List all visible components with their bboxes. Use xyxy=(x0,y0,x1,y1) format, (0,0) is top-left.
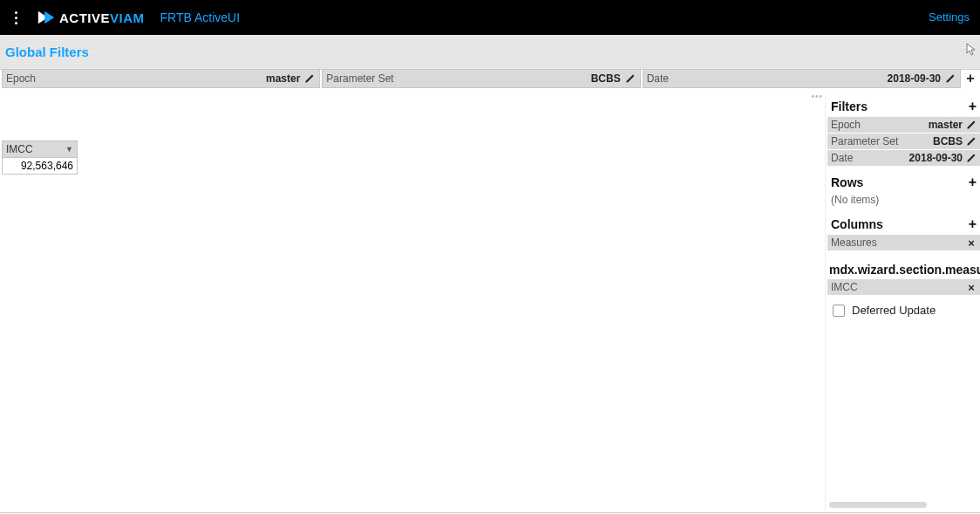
section-title: mdx.wizard.section.measures xyxy=(827,257,980,278)
filter-label: Date xyxy=(647,72,669,85)
wizard-filter-parameter-set[interactable]: Parameter Set BCBS xyxy=(827,134,980,149)
wizard-rows-section: Rows + (No items) xyxy=(827,173,980,208)
edit-icon[interactable] xyxy=(965,120,977,130)
chip-value: 2018-09-30 xyxy=(909,152,963,164)
section-title: Columns xyxy=(831,217,883,231)
global-filter-date[interactable]: Date 2018-09-30 xyxy=(643,69,961,88)
chip-value: master xyxy=(929,119,963,131)
global-filter-parameter-set[interactable]: Parameter Set BCBS xyxy=(322,69,640,88)
rows-empty-label: (No items) xyxy=(827,192,980,208)
chip-value: BCBS xyxy=(933,135,963,147)
deferred-update-row: Deferred Update xyxy=(827,304,980,317)
main-area: ••• IMCC ▼ 92,563,646 Filters + Epoch ma… xyxy=(0,97,980,513)
brand-suffix: VIAM xyxy=(110,10,145,25)
wizard-filter-epoch[interactable]: Epoch master xyxy=(827,117,980,133)
brand-prefix: ACTIVE xyxy=(59,10,110,25)
chip-label: Parameter Set xyxy=(831,135,898,147)
activeviam-arrow-icon xyxy=(37,8,56,27)
wizard-measure-imcc[interactable]: IMCC × xyxy=(827,279,980,295)
pivot-table: IMCC ▼ 92,563,646 xyxy=(2,140,78,175)
edit-icon[interactable] xyxy=(944,70,956,87)
pivot-panel: ••• IMCC ▼ 92,563,646 xyxy=(0,97,825,513)
product-name: FRTB ActiveUI xyxy=(160,10,241,24)
wizard-filters-section: Filters + Epoch master Parameter Set BCB… xyxy=(827,97,980,166)
add-filter-button[interactable]: + xyxy=(969,99,977,114)
filter-value: master xyxy=(266,70,300,87)
edit-icon[interactable] xyxy=(624,70,636,87)
edit-icon[interactable] xyxy=(965,153,977,163)
filter-label: Parameter Set xyxy=(326,72,393,85)
section-title: Rows xyxy=(831,175,863,189)
column-header-imcc[interactable]: IMCC ▼ xyxy=(3,141,78,158)
wizard-panel: Filters + Epoch master Parameter Set BCB… xyxy=(825,97,980,513)
menu-dots-icon[interactable] xyxy=(7,7,24,28)
edit-icon[interactable] xyxy=(965,136,977,147)
global-filters-row: Epoch master Parameter Set BCBS Date 201… xyxy=(0,69,980,88)
add-row-button[interactable]: + xyxy=(969,175,977,190)
filter-value: 2018-09-30 xyxy=(888,70,941,87)
wizard-filter-date[interactable]: Date 2018-09-30 xyxy=(827,150,980,166)
deferred-update-checkbox[interactable] xyxy=(833,305,845,317)
horizontal-scrollbar-thumb[interactable] xyxy=(829,502,927,508)
filter-label: Epoch xyxy=(6,72,36,85)
chip-label: IMCC xyxy=(831,281,858,293)
filter-value: BCBS xyxy=(591,70,621,87)
column-header-label: IMCC xyxy=(6,143,33,155)
settings-link[interactable]: Settings xyxy=(929,0,970,35)
panel-options-icon[interactable]: ••• xyxy=(811,92,823,101)
add-global-filter-button[interactable]: + xyxy=(963,69,978,88)
cell-value[interactable]: 92,563,646 xyxy=(3,158,78,175)
top-bar: ACTIVEVIAM FRTB ActiveUI Settings xyxy=(0,0,980,35)
cursor-pointer-icon xyxy=(963,43,977,62)
section-title: Filters xyxy=(831,99,868,113)
divider xyxy=(0,512,980,513)
wizard-columns-section: Columns + Measures × xyxy=(827,215,980,250)
edit-icon[interactable] xyxy=(303,70,316,87)
remove-icon[interactable]: × xyxy=(965,237,977,249)
svg-marker-1 xyxy=(44,11,54,24)
chip-label: Measures xyxy=(831,236,877,249)
deferred-update-label: Deferred Update xyxy=(852,304,936,317)
chip-label: Date xyxy=(831,152,853,164)
add-column-button[interactable]: + xyxy=(969,216,977,232)
remove-icon[interactable]: × xyxy=(965,282,977,293)
global-filter-epoch[interactable]: Epoch master xyxy=(2,69,320,88)
global-filters-title: Global Filters xyxy=(5,45,89,59)
wizard-column-measures[interactable]: Measures × xyxy=(827,235,980,250)
dropdown-caret-icon[interactable]: ▼ xyxy=(65,145,73,154)
wizard-measures-section: mdx.wizard.section.measures IMCC × xyxy=(827,257,980,295)
brand-logo: ACTIVEVIAM xyxy=(37,8,145,27)
global-filters-header: Global Filters xyxy=(0,35,980,70)
chip-label: Epoch xyxy=(831,119,861,131)
